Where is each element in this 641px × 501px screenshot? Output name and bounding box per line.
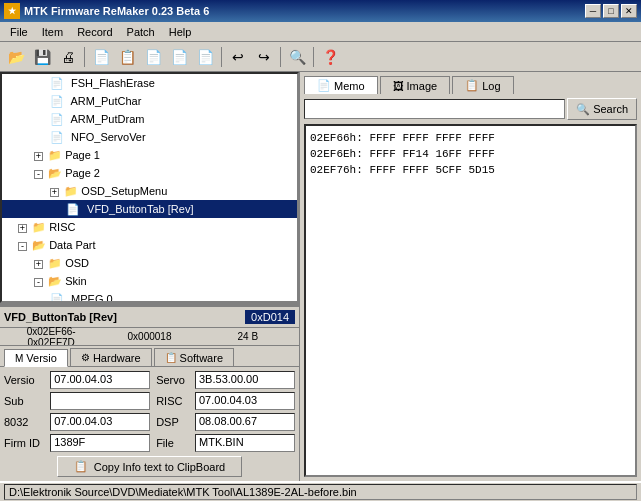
- main-content: 📄 FSH_FlashErase 📄 ARM_PutChar 📄 ARM_Put…: [0, 72, 641, 481]
- toolbar-btn-9[interactable]: 📄: [193, 46, 217, 68]
- toolbar-sep-1: [84, 47, 85, 67]
- window-controls[interactable]: ─ □ ✕: [585, 4, 637, 18]
- copy-btn-area: 📋 Copy Info text to ClipBoard: [4, 456, 295, 477]
- hex-line-1: 02EF66h: FFFF FFFF FFFF FFFF: [310, 130, 631, 146]
- fw-label-dsp: DSP: [156, 416, 189, 428]
- expand-icon[interactable]: +: [18, 224, 27, 233]
- tree-item-osd[interactable]: + 📁 OSD_SetupMenu: [2, 182, 297, 200]
- title-bar: ★ MTK Firmware ReMaker 0.23 Beta 6 ─ □ ✕: [0, 0, 641, 22]
- firmware-grid: Versio 07.00.04.03 Servo 3B.53.00.00 Sub…: [4, 371, 295, 452]
- right-tab-bar: 📄 Memo 🖼 Image 📋 Log: [300, 72, 641, 94]
- info-bar-1: VFD_ButtonTab [Rev] 0xD014: [0, 305, 299, 327]
- fw-label-versio: Versio: [4, 374, 44, 386]
- menu-item[interactable]: Item: [36, 25, 69, 39]
- tab-versio[interactable]: M Versio: [4, 349, 68, 367]
- tree-item[interactable]: 📄 ARM_PutDram: [2, 110, 297, 128]
- toolbar-btn-5[interactable]: 📄: [89, 46, 113, 68]
- fw-value-firmid[interactable]: 1389F: [50, 434, 150, 452]
- tab-software[interactable]: 📋 Software: [154, 348, 234, 366]
- expand-icon[interactable]: +: [34, 152, 43, 161]
- tree-item-page1[interactable]: + 📁 Page 1: [2, 146, 297, 164]
- left-tab-bar: M Versio ⚙ Hardware 📋 Software: [0, 345, 299, 366]
- tree-item-vfd[interactable]: 📄 VFD_ButtonTab [Rev]: [2, 200, 297, 218]
- right-tab-log[interactable]: 📋 Log: [452, 76, 513, 94]
- fw-value-servo[interactable]: 3B.53.00.00: [195, 371, 295, 389]
- fw-value-8032[interactable]: 07.00.04.03: [50, 413, 150, 431]
- fw-value-sub[interactable]: [50, 392, 150, 410]
- tree-item-page2[interactable]: - 📂 Page 2: [2, 164, 297, 182]
- folder-icon: 📂: [32, 239, 46, 251]
- tree-item-osd2[interactable]: + 📁 OSD: [2, 254, 297, 272]
- fw-value-versio[interactable]: 07.00.04.03: [50, 371, 150, 389]
- fw-label-servo: Servo: [156, 374, 189, 386]
- copy-icon: 📋: [74, 460, 88, 473]
- fw-value-file[interactable]: MTK.BIN: [195, 434, 295, 452]
- leaf-icon: 📄: [50, 293, 64, 301]
- fw-value-risc[interactable]: 07.00.04.03: [195, 392, 295, 410]
- toolbar-sep-3: [280, 47, 281, 67]
- right-tab-memo[interactable]: 📄 Memo: [304, 76, 378, 94]
- left-bottom: VFD_ButtonTab [Rev] 0xD014 0x02EF66-0x02…: [0, 303, 299, 481]
- folder-icon: 📁: [48, 257, 62, 269]
- search-icon: 🔍: [576, 103, 590, 116]
- tree-item[interactable]: 📄 FSH_FlashErase: [2, 74, 297, 92]
- toolbar-undo[interactable]: ↩: [226, 46, 250, 68]
- toolbar-btn-7[interactable]: 📄: [141, 46, 165, 68]
- menu-record[interactable]: Record: [71, 25, 118, 39]
- app-icon: ★: [4, 3, 20, 19]
- log-tab-icon: 📋: [465, 79, 479, 92]
- copy-clipboard-button[interactable]: 📋 Copy Info text to ClipBoard: [57, 456, 242, 477]
- tree-item[interactable]: 📄 NFO_ServoVer: [2, 128, 297, 146]
- menu-file[interactable]: File: [4, 25, 34, 39]
- selected-item-label: VFD_ButtonTab [Rev]: [4, 311, 237, 323]
- toolbar-btn-8[interactable]: 📄: [167, 46, 191, 68]
- hex-line-3: 02EF76h: FFFF FFFF 5CFF 5D15: [310, 162, 631, 178]
- tree-item-mpeg[interactable]: 📄 MPEG 0: [2, 290, 297, 301]
- tree-view[interactable]: 📄 FSH_FlashErase 📄 ARM_PutChar 📄 ARM_Put…: [0, 72, 299, 303]
- tab-hardware[interactable]: ⚙ Hardware: [70, 348, 152, 366]
- search-input[interactable]: [304, 99, 565, 119]
- hardware-tab-icon: ⚙: [81, 352, 90, 363]
- fw-label-8032: 8032: [4, 416, 44, 428]
- toolbar-help[interactable]: ❓: [318, 46, 342, 68]
- tree-item-skin[interactable]: - 📂 Skin: [2, 272, 297, 290]
- toolbar-search[interactable]: 🔍: [285, 46, 309, 68]
- fw-value-dsp[interactable]: 08.08.00.67: [195, 413, 295, 431]
- expand-icon[interactable]: -: [34, 170, 43, 179]
- toolbar-redo[interactable]: ↪: [252, 46, 276, 68]
- status-bar: D:\Elektronik Source\DVD\Mediatek\MTK To…: [0, 481, 641, 501]
- minimize-button[interactable]: ─: [585, 4, 601, 18]
- fw-label-file: File: [156, 437, 189, 449]
- leaf-icon: 📄: [50, 77, 64, 89]
- tree-item-risc[interactable]: + 📁 RISC: [2, 218, 297, 236]
- item-hex-offset: 0xD014: [245, 310, 295, 324]
- right-tab-image[interactable]: 🖼 Image: [380, 76, 451, 94]
- leaf-icon: 📄: [50, 113, 64, 125]
- folder-icon: 📂: [48, 275, 62, 287]
- title-bar-left: ★ MTK Firmware ReMaker 0.23 Beta 6: [4, 3, 209, 19]
- tree-scroll[interactable]: 📄 FSH_FlashErase 📄 ARM_PutChar 📄 ARM_Put…: [2, 74, 297, 301]
- close-button[interactable]: ✕: [621, 4, 637, 18]
- tree-item[interactable]: 📄 ARM_PutChar: [2, 92, 297, 110]
- left-panel: 📄 FSH_FlashErase 📄 ARM_PutChar 📄 ARM_Put…: [0, 72, 300, 481]
- maximize-button[interactable]: □: [603, 4, 619, 18]
- fw-label-risc: RISC: [156, 395, 189, 407]
- tree-item-datapart[interactable]: - 📂 Data Part: [2, 236, 297, 254]
- menu-bar: File Item Record Patch Help: [0, 22, 641, 42]
- expand-icon[interactable]: +: [34, 260, 43, 269]
- toolbar-sep-2: [221, 47, 222, 67]
- toolbar-save[interactable]: 💾: [30, 46, 54, 68]
- app-title: MTK Firmware ReMaker 0.23 Beta 6: [24, 5, 209, 17]
- toolbar-open[interactable]: 📂: [4, 46, 28, 68]
- folder-icon: 📁: [48, 149, 62, 161]
- toolbar-btn-6[interactable]: 📋: [115, 46, 139, 68]
- menu-patch[interactable]: Patch: [121, 25, 161, 39]
- menu-help[interactable]: Help: [163, 25, 198, 39]
- hex-display: 02EF66h: FFFF FFFF FFFF FFFF 02EF6Eh: FF…: [304, 124, 637, 477]
- expand-icon[interactable]: +: [50, 188, 59, 197]
- info-bar-2: 0x02EF66-0x02EF7D 0x000018 24 B: [0, 327, 299, 345]
- search-button[interactable]: 🔍 Search: [567, 98, 637, 120]
- expand-icon[interactable]: -: [18, 242, 27, 251]
- toolbar-print[interactable]: 🖨: [56, 46, 80, 68]
- expand-icon[interactable]: -: [34, 278, 43, 287]
